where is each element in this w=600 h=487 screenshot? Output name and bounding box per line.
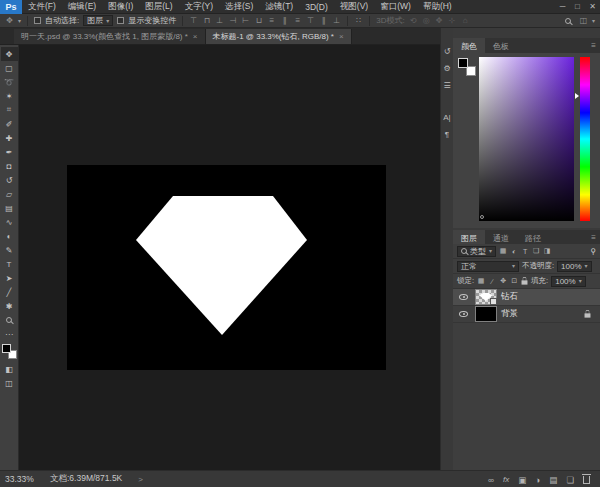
menu-layer[interactable]: 图层(L) <box>139 1 178 13</box>
zoom-tool[interactable] <box>1 313 18 327</box>
zoom-level-field[interactable]: 33.33% <box>0 474 50 484</box>
align-top-icon[interactable]: ⊤ <box>189 16 198 25</box>
tab-layers[interactable]: 图层 <box>453 230 485 245</box>
adjustments-panel-icon[interactable]: ☰ <box>443 82 450 90</box>
saturation-brightness-field[interactable] <box>479 57 574 221</box>
distribute-hcenter-icon[interactable]: ∥ <box>319 16 328 25</box>
layer-filter-toggle-icon[interactable]: ⚲ <box>590 247 596 256</box>
panel-menu-icon[interactable]: ≡ <box>591 230 600 245</box>
lock-artboard-icon[interactable]: ⊡ <box>510 277 518 285</box>
lock-all-icon[interactable] <box>522 280 528 284</box>
align-right-icon[interactable]: ⊔ <box>254 16 263 25</box>
chevron-down-icon[interactable]: ▾ <box>592 18 595 24</box>
distribute-spacing-icon[interactable]: ∷ <box>354 16 363 25</box>
workspace-icon[interactable]: ◫ <box>579 16 588 25</box>
color-panel-swatches[interactable] <box>458 58 476 76</box>
properties-panel-icon[interactable]: ⚙ <box>443 65 450 73</box>
new-layer-icon[interactable]: ❏ <box>566 475 574 485</box>
quick-mask-button[interactable]: ◧ <box>1 362 18 376</box>
layer-row-diamond[interactable]: 钻石 <box>453 289 600 306</box>
menu-view[interactable]: 视图(V) <box>334 1 374 13</box>
gradient-tool[interactable]: ▤ <box>1 201 18 215</box>
lock-pixels-icon[interactable]: ∕ <box>488 278 496 285</box>
distribute-left-icon[interactable]: ⊤ <box>306 16 315 25</box>
add-mask-icon[interactable]: ▣ <box>518 475 526 485</box>
filter-smart-objects-icon[interactable]: ◨ <box>543 247 551 255</box>
tab-channels[interactable]: 通道 <box>485 230 517 245</box>
menu-edit[interactable]: 编辑(E) <box>62 1 102 13</box>
screen-mode-button[interactable]: ◫ <box>1 376 18 390</box>
layer-effects-icon[interactable]: fx <box>503 475 509 484</box>
blend-mode-dropdown[interactable]: 正常 ▾ <box>457 261 519 272</box>
filter-type-layers-icon[interactable]: T <box>521 248 529 255</box>
layer-name[interactable]: 钻石 <box>501 291 518 303</box>
crop-tool[interactable]: ⌗ <box>1 103 18 117</box>
smudge-tool[interactable]: ∿ <box>1 215 18 229</box>
menu-filter[interactable]: 滤镜(T) <box>259 1 299 13</box>
layer-row-background[interactable]: 背景 <box>453 306 600 323</box>
clone-stamp-tool[interactable]: ◘ <box>1 159 18 173</box>
dodge-tool[interactable]: ◐ <box>1 229 18 243</box>
pen-tool[interactable]: ✎ <box>1 243 18 257</box>
menu-3d[interactable]: 3D(D) <box>299 2 334 12</box>
menu-help[interactable]: 帮助(H) <box>417 1 458 13</box>
link-layers-icon[interactable]: ∞ <box>488 475 494 485</box>
status-options-chevron-icon[interactable]: > <box>138 475 143 484</box>
align-vcenter-icon[interactable]: ⊓ <box>202 16 211 25</box>
foreground-background-swatches[interactable] <box>2 344 17 359</box>
distribute-top-icon[interactable]: ≡ <box>267 16 276 25</box>
filter-pixel-layers-icon[interactable]: ▦ <box>499 247 507 255</box>
tab-color[interactable]: 颜色 <box>453 38 485 53</box>
path-select-tool[interactable]: ➤ <box>1 271 18 285</box>
align-hcenter-icon[interactable]: ⊢ <box>241 16 250 25</box>
show-transform-checkbox[interactable] <box>117 17 124 24</box>
history-brush-tool[interactable]: ↺ <box>1 173 18 187</box>
magic-wand-tool[interactable]: ✶ <box>1 89 18 103</box>
hand-tool[interactable]: ✱ <box>1 299 18 313</box>
tab-paths[interactable]: 路径 <box>517 230 549 245</box>
delete-layer-icon[interactable] <box>583 476 590 484</box>
adjustment-layer-icon[interactable]: ◑ <box>535 475 540 485</box>
tool-preset-caret-icon[interactable]: ▾ <box>18 18 21 24</box>
lock-position-icon[interactable]: ✥ <box>499 277 507 285</box>
layer-name[interactable]: 背景 <box>501 308 518 320</box>
eraser-tool[interactable]: ▱ <box>1 187 18 201</box>
healing-brush-tool[interactable]: ✚ <box>1 131 18 145</box>
panel-menu-icon[interactable]: ≡ <box>591 38 600 53</box>
new-group-icon[interactable]: ▤ <box>549 475 557 485</box>
close-button[interactable]: ✕ <box>585 2 600 11</box>
menu-file[interactable]: 文件(F) <box>22 1 62 13</box>
document-tab-inactive[interactable]: 明一天.psd @ 33.3%(颜色查找 1, 图层蒙版/8) * × <box>14 29 206 44</box>
edit-toolbar-button[interactable]: ⋯ <box>1 327 18 341</box>
menu-window[interactable]: 窗口(W) <box>374 1 417 13</box>
distribute-bottom-icon[interactable]: ≡ <box>293 16 302 25</box>
document-tab-active[interactable]: 未标题-1 @ 33.3%(钻石, RGB/8) * × <box>206 29 352 44</box>
lock-transparency-icon[interactable]: ▦ <box>477 277 485 285</box>
type-tool[interactable]: T <box>1 257 18 271</box>
opacity-dropdown[interactable]: 100% ▾ <box>557 261 591 272</box>
menu-select[interactable]: 选择(S) <box>219 1 259 13</box>
maximize-button[interactable]: □ <box>570 2 585 11</box>
filter-shape-layers-icon[interactable]: ❏ <box>532 247 540 255</box>
menu-type[interactable]: 文字(Y) <box>179 1 219 13</box>
distribute-vcenter-icon[interactable]: ∥ <box>280 16 289 25</box>
layer-visibility-icon[interactable] <box>459 311 468 317</box>
auto-select-checkbox[interactable] <box>34 17 41 24</box>
auto-select-dropdown[interactable]: 图层 ▾ <box>83 15 113 26</box>
distribute-right-icon[interactable]: ⊥ <box>332 16 341 25</box>
minimize-button[interactable]: ─ <box>555 2 570 11</box>
hue-slider[interactable] <box>580 57 590 221</box>
move-tool[interactable]: ✥ <box>1 47 18 61</box>
close-tab-icon[interactable]: × <box>193 32 198 41</box>
marquee-tool[interactable]: ▢ <box>1 61 18 75</box>
fill-dropdown[interactable]: 100% ▾ <box>551 276 585 287</box>
eyedropper-tool[interactable]: ✐ <box>1 117 18 131</box>
brush-tool[interactable]: ✒ <box>1 145 18 159</box>
layer-thumbnail[interactable] <box>475 289 497 305</box>
filter-adjustment-layers-icon[interactable]: ◐ <box>510 248 518 255</box>
paragraph-panel-icon[interactable]: ¶ <box>445 131 449 139</box>
align-bottom-icon[interactable]: ⊥ <box>215 16 224 25</box>
history-panel-icon[interactable]: ↺ <box>444 48 451 56</box>
menu-image[interactable]: 图像(I) <box>102 1 139 13</box>
layer-visibility-icon[interactable] <box>459 294 468 300</box>
